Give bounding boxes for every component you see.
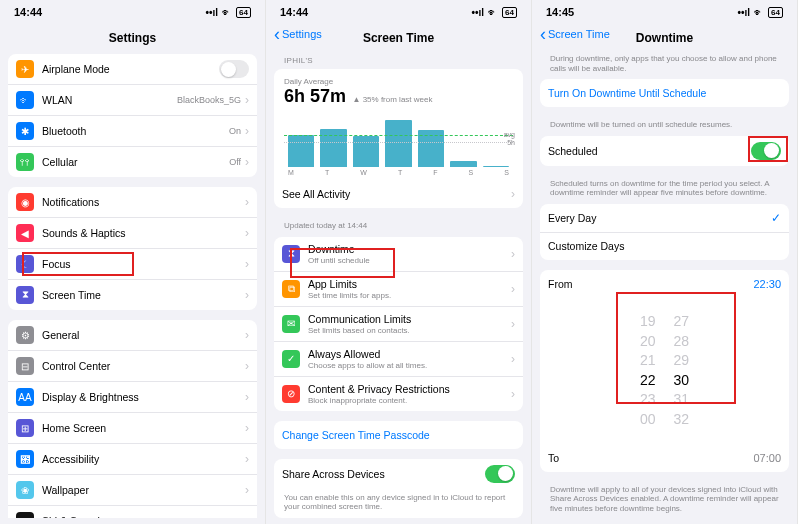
share-toggle[interactable]	[485, 465, 515, 483]
row-label: Siri & Search	[42, 515, 245, 518]
scheduled-row[interactable]: Scheduled	[540, 136, 789, 166]
row-downtime[interactable]: ⧗DowntimeOff until schedule›	[274, 237, 523, 271]
row-icon: ◀	[16, 224, 34, 242]
nav-bar: Screen Time Downtime	[532, 22, 797, 54]
row-app-limits[interactable]: ⧉App LimitsSet time limits for apps.›	[274, 271, 523, 306]
to-note: Downtime will apply to all of your devic…	[540, 482, 789, 518]
row-label: Control Center	[42, 360, 245, 372]
usage-summary: Daily Average 6h 57m ▲ 35% from last wee…	[274, 69, 523, 180]
row-content-privacy-restrictions[interactable]: ⊘Content & Privacy RestrictionsBlock ina…	[274, 376, 523, 411]
row-icon: ⫯⫯	[16, 153, 34, 171]
chevron-right-icon: ›	[245, 289, 249, 301]
row-sounds-haptics[interactable]: ◀Sounds & Haptics›	[8, 217, 257, 248]
chevron-right-icon: ›	[245, 360, 249, 372]
signal-icon: ••ıl	[738, 7, 751, 18]
to-value: 07:00	[753, 452, 781, 464]
row-screen-time[interactable]: ⧗Screen Time›	[8, 279, 257, 310]
change-value: ▲ 35% from last week	[353, 95, 433, 104]
row-detail: On	[229, 126, 241, 136]
row-icon: ⧗	[282, 245, 300, 263]
status-bar: 14:44 ••ıl ᯤ 64	[0, 0, 265, 22]
from-value: 22:30	[753, 278, 781, 290]
chevron-right-icon: ›	[245, 453, 249, 465]
turn-on-downtime-link[interactable]: Turn On Downtime Until Schedule	[540, 79, 789, 107]
row-label: Notifications	[42, 196, 245, 208]
row-icon: ✈	[16, 60, 34, 78]
row-siri-search[interactable]: ◎Siri & Search›	[8, 505, 257, 518]
axis-tick: M	[288, 169, 294, 176]
row-icon: ⧗	[16, 286, 34, 304]
share-footer: You can enable this on any device signed…	[274, 489, 523, 518]
chevron-right-icon: ›	[511, 283, 515, 295]
row-focus[interactable]: ☾Focus›	[8, 248, 257, 279]
row-label: Accessibility	[42, 453, 245, 465]
to-row[interactable]: To 07:00	[540, 444, 789, 472]
row-always-allowed[interactable]: ✓Always AllowedChoose apps to allow at a…	[274, 341, 523, 376]
row-cellular[interactable]: ⫯⫯CellularOff›	[8, 146, 257, 177]
up-icon: ▲	[353, 95, 363, 104]
to-label: To	[548, 452, 753, 464]
chevron-right-icon: ›	[511, 318, 515, 330]
row-airplane-mode[interactable]: ✈Airplane Mode	[8, 54, 257, 84]
nav-bar: Settings Screen Time	[266, 22, 531, 54]
row-general[interactable]: ⚙General›	[8, 320, 257, 350]
chart-bar	[450, 161, 476, 167]
row-notifications[interactable]: ◉Notifications›	[8, 187, 257, 217]
row-label: Sounds & Haptics	[42, 227, 245, 239]
hour-column[interactable]: 192021222300	[640, 312, 656, 430]
row-wallpaper[interactable]: ❀Wallpaper›	[8, 474, 257, 505]
row-control-center[interactable]: ⊟Control Center›	[8, 350, 257, 381]
chevron-right-icon: ›	[245, 258, 249, 270]
row-label: Home Screen	[42, 422, 245, 434]
clock: 14:44	[14, 6, 42, 18]
chevron-right-icon: ›	[245, 391, 249, 403]
row-detail: BlackBooks_5G	[177, 95, 241, 105]
chevron-right-icon: ›	[245, 156, 249, 168]
row-label: General	[42, 329, 245, 341]
row-wlan[interactable]: ᯤWLANBlackBooks_5G›	[8, 84, 257, 115]
row-icon: ⚙	[16, 326, 34, 344]
scheduled-toggle[interactable]	[751, 142, 781, 160]
scheduled-note: Scheduled turns on downtime for the time…	[540, 176, 789, 204]
battery-icon: 64	[502, 7, 517, 18]
row-label: DowntimeOff until schedule	[308, 243, 511, 265]
clock: 14:44	[280, 6, 308, 18]
row-toggle[interactable]	[219, 60, 249, 78]
page-title: Screen Time	[363, 31, 434, 45]
minute-column[interactable]: 272829303132	[674, 312, 690, 430]
scheduled-label: Scheduled	[548, 145, 751, 157]
axis-tick: T	[398, 169, 402, 176]
row-icon: ◎	[16, 512, 34, 518]
chevron-right-icon: ›	[511, 248, 515, 260]
row-accessibility[interactable]: ఍Accessibility›	[8, 443, 257, 474]
back-button[interactable]: Screen Time	[540, 28, 610, 40]
row-home-screen[interactable]: ⊞Home Screen›	[8, 412, 257, 443]
see-all-activity-row[interactable]: See All Activity ›	[274, 180, 523, 208]
customize-days-label: Customize Days	[548, 240, 781, 252]
page-title: Downtime	[636, 31, 693, 45]
share-label: Share Across Devices	[282, 468, 485, 480]
phone-settings: 14:44 ••ıl ᯤ 64 Settings ✈Airplane Modeᯤ…	[0, 0, 266, 524]
row-bluetooth[interactable]: ✱BluetoothOn›	[8, 115, 257, 146]
axis-tick: T	[325, 169, 329, 176]
row-communication-limits[interactable]: ✉Communication LimitsSet limits based on…	[274, 306, 523, 341]
battery-icon: 64	[236, 7, 251, 18]
see-all-label: See All Activity	[282, 188, 511, 200]
row-display-brightness[interactable]: AADisplay & Brightness›	[8, 381, 257, 412]
axis-tick: F	[433, 169, 437, 176]
phone-screentime: 14:44 ••ıl ᯤ 64 Settings Screen Time IPH…	[266, 0, 532, 524]
from-row[interactable]: From 22:30	[540, 270, 789, 298]
usage-chart: avg 5h	[284, 111, 513, 167]
back-button[interactable]: Settings	[274, 28, 322, 40]
share-across-devices-row[interactable]: Share Across Devices	[274, 459, 523, 489]
turn-on-note: Downtime will be turned on until schedul…	[540, 117, 789, 136]
every-day-row[interactable]: Every Day ✓	[540, 204, 789, 232]
customize-days-row[interactable]: Customize Days	[540, 232, 789, 260]
time-picker[interactable]: 192021222300 272829303132	[540, 298, 789, 444]
row-label: Bluetooth	[42, 125, 229, 137]
status-bar: 14:45 ••ıl ᯤ 64	[532, 0, 797, 22]
change-passcode-link[interactable]: Change Screen Time Passcode	[274, 421, 523, 449]
change-passcode-label: Change Screen Time Passcode	[282, 429, 515, 441]
row-icon: ✓	[282, 350, 300, 368]
chart-bar	[483, 166, 509, 167]
